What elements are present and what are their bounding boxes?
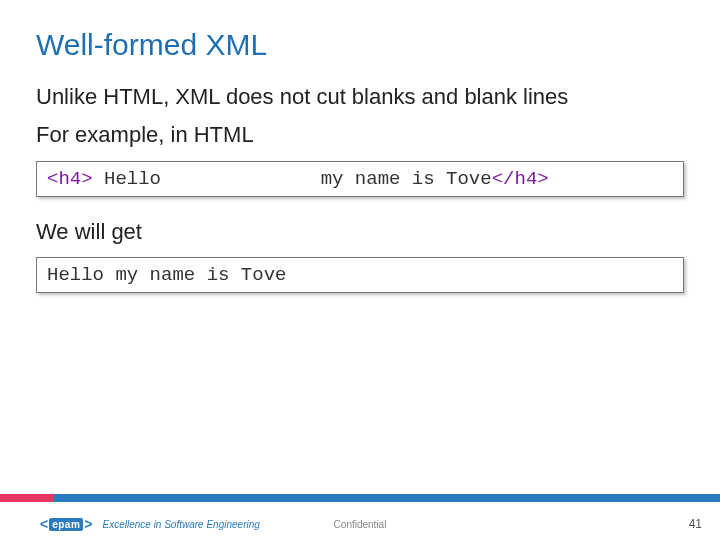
footer-bar: [54, 494, 720, 502]
footer-content: < epam > Excellence in Software Engineer…: [0, 516, 720, 532]
footer-accent: [0, 494, 54, 502]
slide: Well-formed XML Unlike HTML, XML does no…: [0, 0, 720, 540]
tag-close: </h4>: [492, 168, 549, 190]
code-example-1: <h4> Hello my name is Tove</h4>: [36, 161, 684, 197]
tag-open: <h4>: [47, 168, 93, 190]
logo-name: epam: [49, 518, 83, 531]
code-text: Hello my name is Tove: [93, 168, 492, 190]
bracket-open-icon: <: [40, 516, 48, 532]
logo: < epam >: [40, 516, 93, 532]
paragraph-1: Unlike HTML, XML does not cut blanks and…: [36, 84, 684, 110]
page-number: 41: [689, 517, 702, 531]
slide-title: Well-formed XML: [36, 28, 684, 62]
paragraph-2: For example, in HTML: [36, 122, 684, 148]
confidential-label: Confidential: [334, 519, 387, 530]
footer-divider: [0, 494, 720, 502]
code-example-2: Hello my name is Tove: [36, 257, 684, 293]
bracket-close-icon: >: [84, 516, 92, 532]
footer: < epam > Excellence in Software Engineer…: [0, 494, 720, 540]
paragraph-3: We will get: [36, 219, 684, 245]
tagline: Excellence in Software Engineering: [103, 519, 260, 530]
